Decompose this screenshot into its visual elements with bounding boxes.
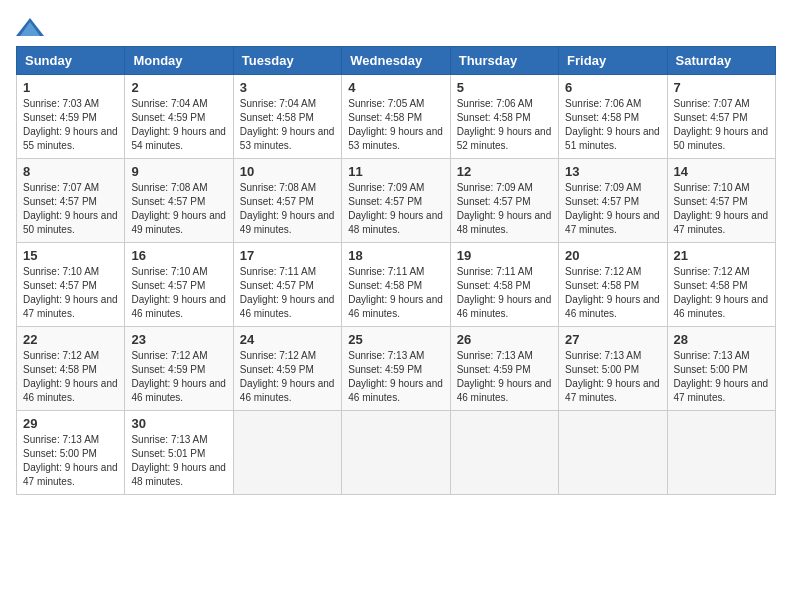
weekday-header-thursday: Thursday <box>450 47 558 75</box>
day-number: 2 <box>131 80 226 95</box>
day-info: Sunrise: 7:03 AMSunset: 4:59 PMDaylight:… <box>23 97 118 153</box>
day-info: Sunrise: 7:11 AMSunset: 4:58 PMDaylight:… <box>457 265 552 321</box>
calendar-cell: 14Sunrise: 7:10 AMSunset: 4:57 PMDayligh… <box>667 159 775 243</box>
calendar-cell <box>559 411 667 495</box>
day-number: 14 <box>674 164 769 179</box>
calendar-cell <box>233 411 341 495</box>
calendar-cell: 8Sunrise: 7:07 AMSunset: 4:57 PMDaylight… <box>17 159 125 243</box>
day-number: 26 <box>457 332 552 347</box>
day-number: 30 <box>131 416 226 431</box>
day-info: Sunrise: 7:13 AMSunset: 5:01 PMDaylight:… <box>131 433 226 489</box>
day-info: Sunrise: 7:06 AMSunset: 4:58 PMDaylight:… <box>565 97 660 153</box>
calendar-cell: 20Sunrise: 7:12 AMSunset: 4:58 PMDayligh… <box>559 243 667 327</box>
day-info: Sunrise: 7:12 AMSunset: 4:58 PMDaylight:… <box>565 265 660 321</box>
calendar-cell: 24Sunrise: 7:12 AMSunset: 4:59 PMDayligh… <box>233 327 341 411</box>
calendar-cell: 30Sunrise: 7:13 AMSunset: 5:01 PMDayligh… <box>125 411 233 495</box>
logo <box>16 16 48 38</box>
calendar-cell: 28Sunrise: 7:13 AMSunset: 5:00 PMDayligh… <box>667 327 775 411</box>
calendar-cell: 22Sunrise: 7:12 AMSunset: 4:58 PMDayligh… <box>17 327 125 411</box>
calendar-week-2: 8Sunrise: 7:07 AMSunset: 4:57 PMDaylight… <box>17 159 776 243</box>
day-number: 11 <box>348 164 443 179</box>
calendar-week-1: 1Sunrise: 7:03 AMSunset: 4:59 PMDaylight… <box>17 75 776 159</box>
day-info: Sunrise: 7:13 AMSunset: 4:59 PMDaylight:… <box>348 349 443 405</box>
calendar-cell <box>450 411 558 495</box>
calendar-cell: 10Sunrise: 7:08 AMSunset: 4:57 PMDayligh… <box>233 159 341 243</box>
day-info: Sunrise: 7:10 AMSunset: 4:57 PMDaylight:… <box>131 265 226 321</box>
weekday-header-tuesday: Tuesday <box>233 47 341 75</box>
day-number: 21 <box>674 248 769 263</box>
day-info: Sunrise: 7:12 AMSunset: 4:58 PMDaylight:… <box>23 349 118 405</box>
calendar-header-row: SundayMondayTuesdayWednesdayThursdayFrid… <box>17 47 776 75</box>
calendar-cell: 13Sunrise: 7:09 AMSunset: 4:57 PMDayligh… <box>559 159 667 243</box>
weekday-header-sunday: Sunday <box>17 47 125 75</box>
day-info: Sunrise: 7:11 AMSunset: 4:58 PMDaylight:… <box>348 265 443 321</box>
calendar-cell: 18Sunrise: 7:11 AMSunset: 4:58 PMDayligh… <box>342 243 450 327</box>
calendar-cell: 3Sunrise: 7:04 AMSunset: 4:58 PMDaylight… <box>233 75 341 159</box>
weekday-header-wednesday: Wednesday <box>342 47 450 75</box>
day-number: 25 <box>348 332 443 347</box>
calendar-cell: 7Sunrise: 7:07 AMSunset: 4:57 PMDaylight… <box>667 75 775 159</box>
day-number: 10 <box>240 164 335 179</box>
day-info: Sunrise: 7:05 AMSunset: 4:58 PMDaylight:… <box>348 97 443 153</box>
calendar-cell: 16Sunrise: 7:10 AMSunset: 4:57 PMDayligh… <box>125 243 233 327</box>
day-number: 18 <box>348 248 443 263</box>
day-info: Sunrise: 7:09 AMSunset: 4:57 PMDaylight:… <box>348 181 443 237</box>
calendar-cell: 26Sunrise: 7:13 AMSunset: 4:59 PMDayligh… <box>450 327 558 411</box>
day-number: 17 <box>240 248 335 263</box>
day-number: 13 <box>565 164 660 179</box>
calendar-cell: 17Sunrise: 7:11 AMSunset: 4:57 PMDayligh… <box>233 243 341 327</box>
day-info: Sunrise: 7:11 AMSunset: 4:57 PMDaylight:… <box>240 265 335 321</box>
calendar-cell: 19Sunrise: 7:11 AMSunset: 4:58 PMDayligh… <box>450 243 558 327</box>
calendar-table: SundayMondayTuesdayWednesdayThursdayFrid… <box>16 46 776 495</box>
day-info: Sunrise: 7:09 AMSunset: 4:57 PMDaylight:… <box>565 181 660 237</box>
calendar-cell <box>667 411 775 495</box>
day-number: 20 <box>565 248 660 263</box>
calendar-week-4: 22Sunrise: 7:12 AMSunset: 4:58 PMDayligh… <box>17 327 776 411</box>
day-number: 19 <box>457 248 552 263</box>
day-info: Sunrise: 7:06 AMSunset: 4:58 PMDaylight:… <box>457 97 552 153</box>
day-info: Sunrise: 7:13 AMSunset: 5:00 PMDaylight:… <box>565 349 660 405</box>
calendar-week-5: 29Sunrise: 7:13 AMSunset: 5:00 PMDayligh… <box>17 411 776 495</box>
day-info: Sunrise: 7:13 AMSunset: 5:00 PMDaylight:… <box>674 349 769 405</box>
calendar-cell: 11Sunrise: 7:09 AMSunset: 4:57 PMDayligh… <box>342 159 450 243</box>
day-info: Sunrise: 7:10 AMSunset: 4:57 PMDaylight:… <box>674 181 769 237</box>
day-number: 15 <box>23 248 118 263</box>
day-info: Sunrise: 7:07 AMSunset: 4:57 PMDaylight:… <box>23 181 118 237</box>
weekday-header-saturday: Saturday <box>667 47 775 75</box>
day-info: Sunrise: 7:12 AMSunset: 4:59 PMDaylight:… <box>131 349 226 405</box>
logo-icon <box>16 16 44 38</box>
day-info: Sunrise: 7:12 AMSunset: 4:59 PMDaylight:… <box>240 349 335 405</box>
calendar-cell: 29Sunrise: 7:13 AMSunset: 5:00 PMDayligh… <box>17 411 125 495</box>
day-info: Sunrise: 7:13 AMSunset: 5:00 PMDaylight:… <box>23 433 118 489</box>
day-number: 22 <box>23 332 118 347</box>
calendar-cell: 1Sunrise: 7:03 AMSunset: 4:59 PMDaylight… <box>17 75 125 159</box>
day-number: 12 <box>457 164 552 179</box>
day-info: Sunrise: 7:13 AMSunset: 4:59 PMDaylight:… <box>457 349 552 405</box>
day-number: 28 <box>674 332 769 347</box>
calendar-cell: 9Sunrise: 7:08 AMSunset: 4:57 PMDaylight… <box>125 159 233 243</box>
weekday-header-monday: Monday <box>125 47 233 75</box>
day-number: 3 <box>240 80 335 95</box>
calendar-cell: 12Sunrise: 7:09 AMSunset: 4:57 PMDayligh… <box>450 159 558 243</box>
day-number: 23 <box>131 332 226 347</box>
day-info: Sunrise: 7:09 AMSunset: 4:57 PMDaylight:… <box>457 181 552 237</box>
calendar-cell: 25Sunrise: 7:13 AMSunset: 4:59 PMDayligh… <box>342 327 450 411</box>
calendar-cell: 21Sunrise: 7:12 AMSunset: 4:58 PMDayligh… <box>667 243 775 327</box>
day-number: 5 <box>457 80 552 95</box>
day-info: Sunrise: 7:12 AMSunset: 4:58 PMDaylight:… <box>674 265 769 321</box>
page-header <box>16 16 776 38</box>
day-info: Sunrise: 7:07 AMSunset: 4:57 PMDaylight:… <box>674 97 769 153</box>
day-info: Sunrise: 7:04 AMSunset: 4:58 PMDaylight:… <box>240 97 335 153</box>
day-number: 8 <box>23 164 118 179</box>
calendar-cell: 15Sunrise: 7:10 AMSunset: 4:57 PMDayligh… <box>17 243 125 327</box>
calendar-cell <box>342 411 450 495</box>
calendar-cell: 2Sunrise: 7:04 AMSunset: 4:59 PMDaylight… <box>125 75 233 159</box>
calendar-week-3: 15Sunrise: 7:10 AMSunset: 4:57 PMDayligh… <box>17 243 776 327</box>
calendar-cell: 27Sunrise: 7:13 AMSunset: 5:00 PMDayligh… <box>559 327 667 411</box>
day-number: 4 <box>348 80 443 95</box>
day-number: 24 <box>240 332 335 347</box>
day-info: Sunrise: 7:10 AMSunset: 4:57 PMDaylight:… <box>23 265 118 321</box>
calendar-cell: 23Sunrise: 7:12 AMSunset: 4:59 PMDayligh… <box>125 327 233 411</box>
calendar-cell: 6Sunrise: 7:06 AMSunset: 4:58 PMDaylight… <box>559 75 667 159</box>
day-info: Sunrise: 7:04 AMSunset: 4:59 PMDaylight:… <box>131 97 226 153</box>
